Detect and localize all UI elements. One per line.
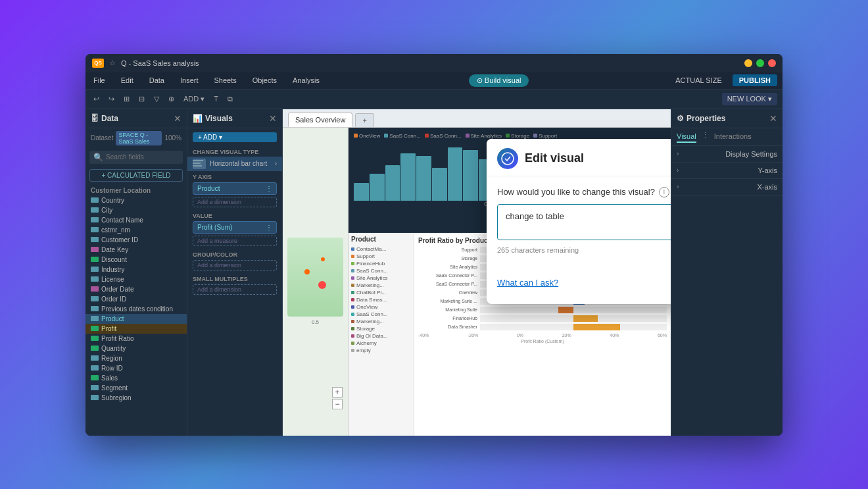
dataset-label: Dataset	[91, 134, 113, 142]
group-add[interactable]: Add a dimension	[193, 260, 277, 270]
chars-remaining: 265 characters remaining	[497, 246, 671, 254]
search-input[interactable]	[106, 153, 187, 161]
legend-site: Site Analytics	[466, 133, 502, 139]
menu-file[interactable]: File	[91, 75, 108, 86]
info-icon[interactable]: i	[659, 187, 669, 197]
bookmark-icon[interactable]: ☆	[109, 59, 116, 67]
props-section-yaxis[interactable]: › Y-axis	[671, 163, 783, 179]
toolbar-icon2[interactable]: ⊟	[136, 93, 147, 105]
field-country[interactable]: Country	[85, 195, 187, 205]
undo-button[interactable]: ↩	[91, 93, 102, 105]
menu-objects[interactable]: Objects	[250, 75, 279, 86]
canvas-tab-bar: Sales Overview +	[283, 109, 671, 128]
toolbar-icon1[interactable]: ⊞	[121, 93, 132, 105]
product-item: Alchemy	[351, 340, 411, 347]
hbar-icon	[193, 159, 206, 169]
hbar-bar-orange	[573, 315, 598, 322]
field-city[interactable]: City	[85, 205, 187, 215]
menu-analysis[interactable]: Analysis	[290, 75, 322, 86]
hbar-label: Marketing Suite	[418, 307, 477, 312]
field-order-id[interactable]: Order ID	[85, 294, 187, 304]
minimize-btn[interactable]	[744, 59, 752, 67]
product-item: Marketing...	[351, 282, 411, 289]
value-field[interactable]: Profit (Sum) ⋮	[193, 221, 277, 234]
add-visual-button[interactable]: + ADD ▾	[193, 132, 277, 142]
props-tabs: Visual ⋮ Interactions	[671, 128, 783, 146]
date-icon	[91, 247, 99, 252]
field-profit[interactable]: Profit	[85, 324, 187, 334]
field-industry[interactable]: Industry	[85, 265, 187, 274]
field-product[interactable]: Product	[85, 314, 187, 324]
field-subregion[interactable]: Subregion	[85, 393, 187, 403]
data-panel-close[interactable]: ✕	[174, 113, 181, 124]
bar-item	[354, 183, 369, 201]
change-visual-label: CHANGE VISUAL TYPE	[187, 146, 282, 157]
props-tab-interactions[interactable]: Interactions	[714, 131, 752, 143]
chevron-right-icon: ›	[677, 183, 679, 190]
calculated-field-button[interactable]: + CALCULATED FIELD	[89, 169, 183, 182]
value-add[interactable]: Add a measure	[193, 236, 277, 246]
canvas-tab-add[interactable]: +	[355, 113, 374, 127]
modal-title: Edit visual	[525, 151, 671, 165]
main-content: 🗄 Data ✕ Dataset SPACE Q - SaaS Sales 10…	[85, 109, 783, 436]
filter-icon[interactable]: ▽	[151, 93, 162, 105]
toolbar-icon5[interactable]: ⧉	[225, 93, 235, 105]
field-sales[interactable]: Sales	[85, 373, 187, 383]
small-multiples-section: SMALL MULTIPLES Add a dimension	[187, 273, 282, 297]
maximize-btn[interactable]	[756, 59, 764, 67]
props-section-display[interactable]: › Display Settings	[671, 146, 783, 163]
field-customer-id[interactable]: Customer ID	[85, 235, 187, 245]
dim-icon	[91, 227, 99, 232]
small-multiples-add[interactable]: Add a dimension	[193, 284, 277, 295]
what-can-ask-link[interactable]: What can I ask?	[497, 278, 558, 288]
hbar-finance: FinanceHub	[418, 315, 667, 322]
menu-data[interactable]: Data	[147, 75, 167, 86]
visual-type-hbar[interactable]: Horizontal bar chart ›	[187, 157, 282, 171]
search-icon: 🔍	[93, 153, 103, 162]
map-scale: 0.5	[312, 319, 319, 325]
field-discount[interactable]: Discount	[85, 255, 187, 265]
props-panel-close[interactable]: ✕	[769, 113, 777, 124]
props-section-xaxis[interactable]: › X-axis	[671, 179, 783, 195]
canvas-tab-sales[interactable]: Sales Overview	[288, 113, 352, 127]
y-axis-add[interactable]: Add a dimension	[193, 197, 277, 207]
search-box: 🔍	[89, 151, 183, 164]
field-segment[interactable]: Segment	[85, 383, 187, 393]
add-button[interactable]: ADD ▾	[181, 93, 207, 105]
field-contact-name[interactable]: Contact Name	[85, 215, 187, 225]
dim-icon	[91, 355, 99, 361]
app-logo: QS	[92, 59, 104, 68]
visuals-panel-close[interactable]: ✕	[269, 113, 277, 124]
field-date-key[interactable]: Date Key	[85, 245, 187, 255]
visuals-title: 📊 Visuals	[193, 114, 233, 123]
menu-edit[interactable]: Edit	[118, 75, 136, 86]
y-axis-field[interactable]: Product ⋮	[193, 182, 277, 195]
field-cstmr-nm[interactable]: cstmr_nm	[85, 225, 187, 235]
props-section-label: Y-axis	[758, 167, 777, 174]
new-look-button[interactable]: NEW LOOK ▾	[722, 93, 777, 105]
field-row-id[interactable]: Row ID	[85, 363, 187, 373]
field-region[interactable]: Region	[85, 353, 187, 363]
edit-visual-textarea[interactable]: change to table	[497, 204, 671, 240]
toolbar-icon4[interactable]: T	[211, 93, 221, 104]
field-profit-ratio[interactable]: Profit Ratio	[85, 334, 187, 344]
close-btn[interactable]	[768, 59, 776, 67]
legend-storage: Storage	[506, 133, 529, 139]
actual-size-control[interactable]: ACTUAL SIZE	[675, 76, 722, 84]
field-license[interactable]: License	[85, 274, 187, 284]
small-multiples-label: SMALL MULTIPLES	[193, 276, 277, 282]
profit-x-label: Profit Ratio (Custom)	[418, 339, 667, 344]
dim-icon	[91, 207, 99, 213]
zoom-in-button[interactable]: +	[332, 387, 343, 398]
field-order-date[interactable]: Order Date	[85, 284, 187, 294]
toolbar-icon3[interactable]: ⊕	[166, 93, 177, 105]
menu-sheets[interactable]: Sheets	[211, 75, 239, 86]
field-prev-dates[interactable]: Previous dates condition	[85, 304, 187, 314]
publish-button[interactable]: PUBLISH	[733, 74, 777, 86]
field-quantity[interactable]: Quantity	[85, 344, 187, 353]
menu-insert[interactable]: Insert	[178, 75, 201, 86]
build-visual-button[interactable]: ⊙ Build visual	[469, 74, 529, 87]
props-tab-visual[interactable]: Visual	[677, 131, 696, 143]
zoom-out-button[interactable]: −	[332, 399, 343, 409]
redo-button[interactable]: ↪	[106, 93, 117, 105]
